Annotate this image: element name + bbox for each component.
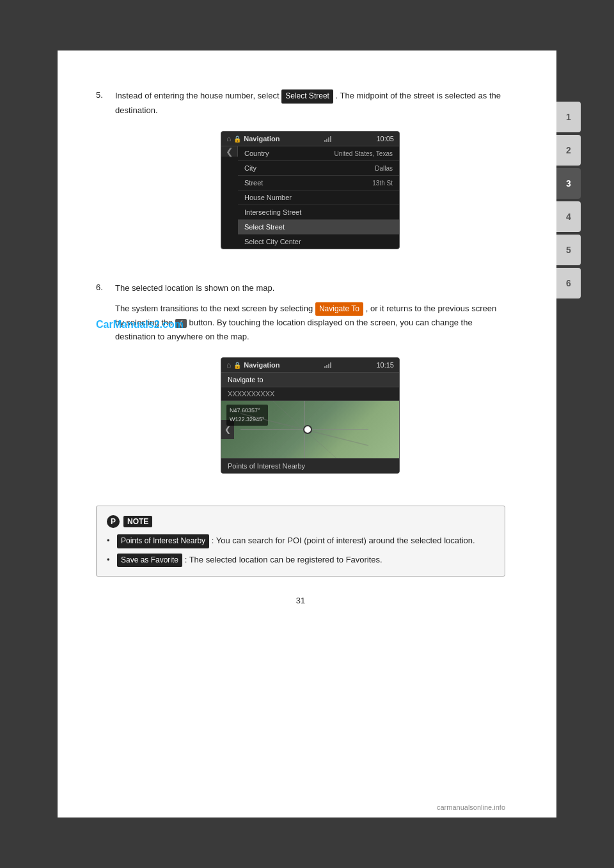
note-header: P NOTE [107,515,494,528]
home-icon-2: ⌂ [226,360,231,369]
nav-title-2: Navigation [244,361,279,369]
nav-row-intersecting: Intersecting Street [238,205,399,220]
nav-screen-1: ⌂ 🔒 Navigation 10:05 [221,131,400,249]
nav-time-2: 10:15 [376,361,394,369]
signal-icon-2 [324,362,331,368]
tab-6[interactable]: 6 [556,268,581,298]
nav-row-street: Street 13th St [238,176,399,190]
tab-2[interactable]: 2 [556,135,581,166]
note-item-1: • Points of Interest Nearby : You can se… [107,534,494,548]
nav-icon-1: 🔒 [233,136,241,143]
nav-poi-row[interactable]: Points of Interest Nearby [221,458,399,473]
note-item-2: • Save as Favorite : The selected locati… [107,554,494,567]
poi-nearby-highlight: Points of Interest Nearby [117,534,209,548]
step-5-text: Instead of entering the house number, se… [115,89,505,117]
watermark: CarManuals2.com [96,319,184,330]
note-icon: P [107,515,120,528]
footer-logo: carmanualsonline.info [437,803,505,811]
nav-screen-2-wrapper: ⌂ 🔒 Navigation 10:15 Navigate to [115,351,505,480]
nav-screen-2: ⌂ 🔒 Navigation 10:15 Navigate to [221,357,400,474]
nav-address-row: XXXXXXXXXX [221,387,399,401]
page-number: 31 [96,596,505,605]
nav-row-city: City Dallas [238,161,399,176]
nav-header-1: ⌂ 🔒 Navigation 10:05 [221,132,399,146]
step-6-content: The selected location is shown on the ma… [115,281,505,488]
step-5-number: 5. [96,89,115,263]
step-5: 5. Instead of entering the house number,… [96,89,505,263]
svg-point-4 [304,426,311,433]
select-street-button: Select Street [281,89,333,104]
tab-5[interactable]: 5 [556,235,581,265]
home-icon: ⌂ [226,134,231,143]
nav-list-1: ❮ Country United States, Texas City Dall… [221,146,399,249]
nav-header-2: ⌂ 🔒 Navigation 10:15 [221,358,399,373]
nav-map-area[interactable]: ❮ N47.60357° W122.32945° [221,401,399,458]
nav-header-left-2: ⌂ 🔒 Navigation [226,360,279,369]
nav-row-country-wrapper: ❮ Country United States, Texas City Dall… [221,146,399,249]
nav-row-select-street[interactable]: Select Street [238,220,399,235]
nav-title-1: Navigation [244,135,279,143]
nav-screen-1-wrapper: ⌂ 🔒 Navigation 10:05 [115,125,505,256]
step-5-content: Instead of entering the house number, se… [115,89,505,263]
navigate-to-button: Navigate To [315,302,363,316]
tab-3[interactable]: 3 [556,168,581,199]
nav-row-select-city[interactable]: Select City Center [238,235,399,249]
step-6-number: 6. [96,281,115,488]
nav-header-left-1: ⌂ 🔒 Navigation [226,134,279,143]
save-favorite-highlight: Save as Favorite [117,554,182,567]
tab-bar: 1 2 3 4 5 6 [556,102,581,298]
step-6: 6. The selected location is shown on the… [96,281,505,488]
tab-4[interactable]: 4 [556,201,581,232]
tab-1[interactable]: 1 [556,102,581,132]
back-button-1[interactable]: ❮ [221,146,238,157]
note-box: P NOTE • Points of Interest Nearby : You… [96,506,505,576]
map-svg [240,401,368,458]
page-container: 1 2 3 4 5 6 5. Instead of entering the h… [58,50,556,818]
step-6-text1: The selected location is shown on the ma… [115,281,505,295]
nav-navigate-row: Navigate to [221,373,399,387]
note-title: NOTE [123,516,152,527]
nav-row-country: Country United States, Texas [238,146,399,161]
nav-time-1: 10:05 [376,135,394,143]
lock-icon-2: 🔒 [233,362,241,369]
nav-row-house: House Number [238,190,399,205]
signal-icon-1 [324,136,331,142]
